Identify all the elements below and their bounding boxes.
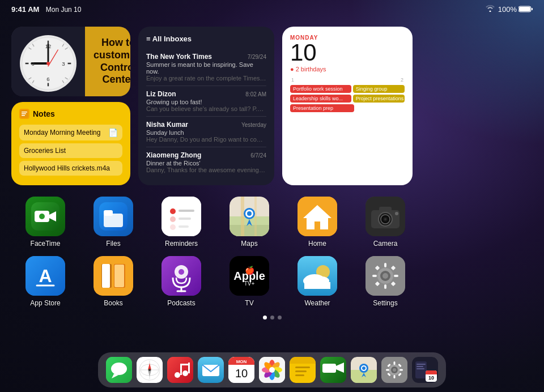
svg-point-40 bbox=[170, 224, 176, 230]
main-content: 12 3 6 9 How to customize Control Center bbox=[0, 18, 544, 352]
safari-dock-icon bbox=[137, 357, 163, 383]
app-reminders[interactable]: Reminders bbox=[147, 197, 215, 248]
facetime-dock-icon bbox=[320, 357, 346, 383]
app-settings[interactable]: Settings bbox=[351, 256, 419, 307]
mail-item-1[interactable]: Liz Dizon 8:02 AM Growing up too fast! C… bbox=[146, 86, 266, 117]
notes-title: Notes bbox=[33, 109, 55, 118]
page-dot-1[interactable] bbox=[270, 316, 274, 319]
dock-settings[interactable] bbox=[380, 356, 409, 384]
svg-rect-150 bbox=[394, 375, 396, 378]
svg-point-71 bbox=[178, 269, 184, 275]
dock-calendar[interactable]: MON 10 bbox=[227, 356, 256, 384]
svg-rect-90 bbox=[372, 275, 377, 277]
mail-sender-1: Liz Dizon bbox=[146, 90, 176, 98]
svg-rect-152 bbox=[400, 369, 403, 371]
notes-item-2[interactable]: Hollywood Hills crickets.m4a bbox=[19, 161, 122, 176]
dock-safari[interactable] bbox=[135, 356, 164, 384]
app-facetime[interactable]: FaceTime bbox=[11, 197, 79, 248]
clock-control-widget[interactable]: 12 3 6 9 How to customize Control Center bbox=[11, 27, 130, 96]
svg-rect-44 bbox=[230, 225, 269, 236]
widgets-row: 12 3 6 9 How to customize Control Center bbox=[11, 27, 533, 185]
notes-icon bbox=[19, 109, 29, 119]
status-bar: 9:41 AM Mon Jun 10 100% bbox=[0, 0, 544, 18]
svg-rect-151 bbox=[386, 369, 389, 371]
left-widget-stack: 12 3 6 9 How to customize Control Center bbox=[11, 27, 130, 185]
tv-label: TV bbox=[245, 299, 253, 307]
dock-reminder-cal[interactable]: 10 bbox=[411, 356, 439, 384]
app-books[interactable]: Books bbox=[79, 256, 147, 307]
svg-point-130 bbox=[269, 367, 275, 373]
svg-rect-64 bbox=[94, 256, 133, 296]
svg-rect-135 bbox=[295, 374, 304, 376]
tv-icon: Apple 🍎 TV+ bbox=[230, 256, 269, 296]
dock-messages[interactable] bbox=[105, 356, 133, 384]
page-dot-0[interactable] bbox=[263, 316, 267, 319]
svg-text:9: 9 bbox=[31, 61, 34, 67]
clock-face: 12 3 6 9 bbox=[20, 35, 76, 92]
cal-col-1: 1 bbox=[291, 77, 294, 83]
settings-icon bbox=[366, 256, 405, 296]
svg-rect-160 bbox=[416, 366, 423, 367]
dock: MON 10 bbox=[98, 352, 446, 387]
mail-preview-3: Danny, Thanks for the awesome evening! I… bbox=[146, 167, 266, 173]
app-maps[interactable]: Maps bbox=[215, 197, 283, 248]
app-appstore[interactable]: A App Store bbox=[11, 256, 79, 307]
maps-label: Maps bbox=[241, 240, 257, 248]
dock-maps[interactable] bbox=[350, 356, 378, 384]
notes-item-0[interactable]: Monday Morning Meeting 📄 bbox=[19, 125, 122, 140]
mail-preview-0: Enjoy a great rate on the complete Times… bbox=[146, 75, 266, 82]
svg-rect-149 bbox=[394, 361, 396, 365]
svg-point-36 bbox=[170, 208, 176, 214]
app-podcasts[interactable]: Podcasts bbox=[147, 256, 215, 307]
facetime-icon bbox=[26, 197, 65, 236]
mail-sender-3: Xiaomeng Zhong bbox=[146, 151, 201, 159]
svg-point-143 bbox=[362, 367, 366, 370]
dock-mail[interactable] bbox=[197, 356, 225, 384]
home-label: Home bbox=[308, 240, 326, 248]
mail-item-2[interactable]: Nisha Kumar Yesterday Sunday lunch Hey D… bbox=[146, 117, 266, 147]
svg-rect-26 bbox=[22, 113, 26, 114]
books-label: Books bbox=[104, 299, 122, 307]
app-camera[interactable]: Camera bbox=[351, 197, 419, 248]
calendar-widget[interactable]: MONDAY 10 ● 2 birthdays 1 2 Portfolio wo… bbox=[282, 27, 413, 185]
clock-svg: 12 3 6 9 bbox=[21, 36, 75, 91]
dock-notes[interactable] bbox=[288, 356, 317, 384]
app-weather[interactable]: Weather bbox=[283, 256, 351, 307]
app-tv[interactable]: Apple 🍎 TV+ TV bbox=[215, 256, 283, 307]
svg-rect-134 bbox=[295, 370, 307, 372]
mail-sender-0: The New York Times bbox=[146, 53, 212, 61]
reminders-icon bbox=[162, 197, 201, 236]
wifi-icon bbox=[486, 5, 495, 14]
cal-events: Portfolio work session Singing group Lea… bbox=[290, 85, 405, 112]
svg-point-60 bbox=[395, 212, 398, 215]
files-label: Files bbox=[106, 240, 120, 248]
appstore-icon: A bbox=[26, 256, 65, 296]
dock-music[interactable] bbox=[166, 356, 194, 384]
music-dock-icon bbox=[167, 357, 193, 383]
svg-text:10: 10 bbox=[235, 367, 248, 380]
maps-icon bbox=[230, 197, 269, 236]
mail-item-3[interactable]: Xiaomeng Zhong 6/7/24 Dinner at the Rico… bbox=[146, 147, 266, 177]
svg-rect-161 bbox=[416, 368, 424, 369]
control-center-text: How to customize Control Center bbox=[94, 37, 130, 86]
svg-point-59 bbox=[384, 218, 386, 220]
notes-widget[interactable]: Notes Monday Morning Meeting 📄 Groceries… bbox=[11, 102, 130, 185]
svg-rect-164 bbox=[426, 373, 437, 374]
dock-facetime[interactable] bbox=[319, 356, 347, 384]
page-dot-2[interactable] bbox=[278, 316, 282, 319]
svg-point-107 bbox=[148, 369, 151, 371]
svg-rect-41 bbox=[178, 225, 189, 228]
dock-photos[interactable] bbox=[258, 356, 286, 384]
svg-rect-55 bbox=[379, 207, 392, 212]
notes-item-1[interactable]: Groceries List bbox=[19, 143, 122, 158]
app-files[interactable]: Files bbox=[79, 197, 147, 248]
clock-widget[interactable]: 12 3 6 9 bbox=[11, 27, 85, 96]
mail-time-2: Yesterday bbox=[241, 122, 266, 128]
mail-item-0[interactable]: The New York Times 7/29/24 Summer is mea… bbox=[146, 49, 266, 86]
cal-column-numbers: 1 2 bbox=[290, 77, 405, 83]
control-center-widget[interactable]: How to customize Control Center bbox=[85, 27, 130, 96]
svg-rect-46 bbox=[254, 197, 257, 236]
app-home[interactable]: Home bbox=[283, 197, 351, 248]
mail-widget[interactable]: ≡ All Inboxes The New York Times 7/29/24… bbox=[138, 27, 274, 185]
camera-label: Camera bbox=[373, 240, 398, 248]
